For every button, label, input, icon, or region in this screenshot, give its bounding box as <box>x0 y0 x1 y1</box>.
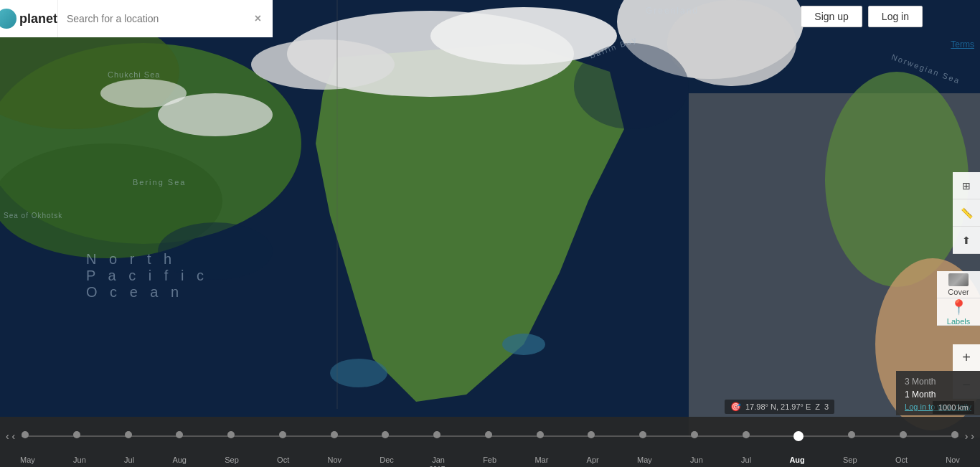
timeline-dot-8[interactable] <box>433 431 440 438</box>
svg-point-17 <box>100 79 187 108</box>
month-label-oct2: Oct <box>895 456 908 464</box>
timeline-labels: May Jun Jul Aug Sep Oct Nov Dec Jan2017 … <box>0 456 980 467</box>
month-label-oct1: Oct <box>277 456 289 464</box>
svg-point-6 <box>251 39 395 90</box>
svg-point-18 <box>574 43 689 129</box>
planet-logo-circle <box>0 9 17 29</box>
labels-layer-button[interactable]: 📍 Labels <box>937 298 980 326</box>
location-pin-icon: 🎯 <box>730 402 741 412</box>
month-label-sep1: Sep <box>225 456 239 464</box>
labels-label: Labels <box>947 317 970 326</box>
month-label-aug1: Aug <box>172 456 187 464</box>
month-option-1[interactable]: 1 Month <box>905 388 971 401</box>
svg-point-15 <box>502 334 545 355</box>
search-clear-button[interactable]: × <box>252 11 264 27</box>
month-label-mar: Mar <box>534 456 548 464</box>
draw-rectangle-tool[interactable]: ⊞ <box>953 172 980 199</box>
logo-text: planet. <box>19 11 61 27</box>
month-label-nov2: Nov <box>946 456 960 464</box>
timeline-dot-1[interactable] <box>73 431 80 438</box>
svg-point-10 <box>825 72 969 287</box>
scale-bar: 1000 km <box>933 401 974 414</box>
logo: planet. <box>0 9 61 29</box>
timeline-dot-16[interactable] <box>848 431 855 438</box>
search-input[interactable] <box>67 13 252 24</box>
svg-point-13 <box>158 222 273 280</box>
timeline-dot-6[interactable] <box>331 431 338 438</box>
timeline-dot-10[interactable] <box>537 431 544 438</box>
month-label-may2: May <box>637 456 652 464</box>
month-label-aug2: Aug <box>789 456 804 464</box>
month-label-feb: Feb <box>483 456 496 464</box>
zoom-level: 3 <box>824 402 829 411</box>
cover-layer-button[interactable]: Cover <box>937 271 980 298</box>
zoom-label: Z <box>815 402 820 411</box>
timeline-prev-button[interactable]: ‹ ‹ <box>6 430 15 442</box>
month-label-jun1: Jun <box>73 456 86 464</box>
timeline-dot-13[interactable] <box>691 431 698 438</box>
header: planet. × <box>0 0 980 37</box>
month-label-jan: Jan2017 <box>432 456 445 464</box>
month-label-dec: Dec <box>380 456 394 464</box>
month-label-jul1: Jul <box>124 456 134 464</box>
month-label-may1: May <box>20 456 35 464</box>
timeline-dot-5[interactable] <box>279 431 286 438</box>
zoom-in-button[interactable]: + <box>953 344 980 372</box>
month-label-jul2: Jul <box>741 456 751 464</box>
timeline-dot-15-active[interactable] <box>793 431 804 441</box>
timeline-next-button[interactable]: › › <box>965 430 974 442</box>
search-box[interactable]: × <box>57 0 273 37</box>
timeline-dot-7[interactable] <box>382 431 389 438</box>
timeline-dot-12[interactable] <box>639 431 646 438</box>
month-option-3[interactable]: 3 Month <box>905 375 971 388</box>
map-container[interactable]: N o r t hP a c i f i cO c e a n Greenlan… <box>0 0 980 467</box>
timeline-dot-14[interactable] <box>743 431 750 438</box>
timeline[interactable]: ‹ ‹ <box>0 417 980 467</box>
ruler-tool[interactable]: 📏 <box>953 199 980 227</box>
coordinates-text: 17.98° N, 21.97° E <box>745 402 811 411</box>
upload-tool[interactable]: ⬆ <box>953 227 980 254</box>
timeline-dot-18[interactable] <box>951 431 958 438</box>
month-label-jun2: Jun <box>690 456 703 464</box>
timeline-dots <box>22 431 958 441</box>
timeline-dot-0[interactable] <box>22 431 29 438</box>
month-label-sep2: Sep <box>843 456 857 464</box>
timeline-dot-4[interactable] <box>227 431 235 438</box>
timeline-dot-2[interactable] <box>125 431 132 438</box>
cover-thumbnail <box>948 273 969 286</box>
timeline-dot-3[interactable] <box>176 431 183 438</box>
logo-box[interactable]: planet. <box>0 0 57 37</box>
layer-controls: Cover 📍 Labels <box>937 271 980 326</box>
timeline-track[interactable]: ‹ ‹ <box>0 417 980 456</box>
terms-link[interactable]: Terms <box>951 39 974 49</box>
map-svg <box>0 0 980 467</box>
timeline-dot-9[interactable] <box>485 431 492 438</box>
map-tools: ⊞ 📏 ⬆ <box>953 172 980 254</box>
month-label-nov1: Nov <box>327 456 341 464</box>
month-label-apr: Apr <box>587 456 599 464</box>
coordinate-display: 🎯 17.98° N, 21.97° E Z 3 <box>725 400 834 414</box>
svg-point-14 <box>330 359 387 387</box>
cover-label: Cover <box>948 288 969 296</box>
timeline-dot-17[interactable] <box>900 431 907 438</box>
labels-pin-icon: 📍 <box>950 298 968 316</box>
timeline-dot-11[interactable] <box>588 431 595 438</box>
